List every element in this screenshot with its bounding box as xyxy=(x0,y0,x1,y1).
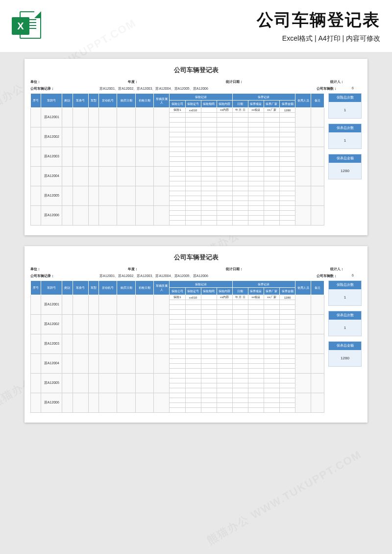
vehicle-table: 序号车牌号 类别车身号 车型发动机号 购买日期初检日期 车辆所属人 保险记录 保… xyxy=(30,280,324,413)
summary-box: 保养总次数 1 xyxy=(328,311,362,336)
table-row: 苏A12004 xyxy=(31,353,324,358)
excel-icon: X xyxy=(12,11,41,41)
table-row: 苏A12005 xyxy=(31,186,324,191)
product-subtitle: Excel格式 | A4打印 | 内容可修改 xyxy=(50,34,380,43)
label-record: 公司车辆记录： xyxy=(30,86,54,91)
table-row: 苏A12005 xyxy=(31,373,324,378)
plate-cell: 苏A12004 xyxy=(41,166,62,186)
label-unit: 单位： xyxy=(30,79,41,84)
plate-cell: 苏A12005 xyxy=(41,186,62,205)
table-row: 苏A12003 xyxy=(31,334,324,339)
table-row: 苏A12004 xyxy=(31,166,324,171)
label-count: 公司车辆数： xyxy=(317,274,337,278)
summary-header: 保养总次数 xyxy=(329,124,361,132)
table-row: 苏A12001 保险1xx010xx内容 年 月 日xx项目xx厂家1280 xyxy=(31,295,324,300)
summary-panel: 保险总次数 1 保养总次数 1 保养总金额 1280 xyxy=(328,280,362,367)
table-row: 苏A12003 xyxy=(31,147,324,151)
sheet-title: 公司车辆登记表 xyxy=(30,66,362,75)
vehicle-table: 序号车牌号 类别车身号 车型发动机号 购买日期初检日期 车辆所属人 保险记录 保… xyxy=(30,93,324,226)
label-unit: 单位： xyxy=(30,267,41,272)
summary-value: 1 xyxy=(329,289,361,305)
watermark: 熊猫办公 WWW.TUKUPPT.COM xyxy=(204,447,365,548)
summary-value: 1 xyxy=(329,102,361,118)
summary-panel: 保险总次数 1 保养总次数 1 保养总金额 1280 xyxy=(328,93,362,179)
summary-header: 保险总次数 xyxy=(329,281,361,289)
summary-header: 保养总金额 xyxy=(329,154,361,163)
label-record: 公司车辆记录： xyxy=(30,274,54,278)
plate-list: 苏A12001、苏A12002、苏A12003、苏A12004、苏A12005、… xyxy=(99,86,208,91)
summary-value: 1280 xyxy=(329,350,361,366)
summary-header: 保养总金额 xyxy=(329,342,361,350)
summary-box: 保养总金额 1280 xyxy=(328,154,362,179)
label-statdate: 统计日期： xyxy=(226,267,243,272)
plate-cell: 苏A12006 xyxy=(41,393,62,412)
label-statby: 统计人： xyxy=(330,79,344,84)
plate-cell: 苏A12002 xyxy=(41,127,62,147)
vehicle-count: 6 xyxy=(352,274,362,278)
plate-cell: 苏A12001 xyxy=(41,107,62,127)
vehicle-count: 6 xyxy=(352,86,362,91)
summary-value: 1280 xyxy=(329,163,361,179)
preview-page-1: 公司车辆登记表 单位： 年度： 统计日期： 统计人： 公司车辆记录： 苏A120… xyxy=(24,59,368,235)
plate-cell: 苏A12004 xyxy=(41,353,62,373)
product-header: X 公司车辆登记表 Excel格式 | A4打印 | 内容可修改 xyxy=(0,0,392,52)
plate-list: 苏A12001、苏A12002、苏A12003、苏A12004、苏A12005、… xyxy=(99,274,208,278)
table-row: 苏A12006 xyxy=(31,205,324,210)
label-statby: 统计人： xyxy=(330,267,344,272)
plate-cell: 苏A12001 xyxy=(41,295,62,314)
label-statdate: 统计日期： xyxy=(226,79,243,84)
sheet-title: 公司车辆登记表 xyxy=(30,253,362,262)
label-count: 公司车辆数： xyxy=(317,86,337,91)
summary-header: 保养总次数 xyxy=(329,311,361,320)
summary-value: 1 xyxy=(329,320,361,336)
preview-page-2: 公司车辆登记表 单位： 年度： 统计日期： 统计人： 公司车辆记录： 苏A120… xyxy=(24,246,368,423)
plate-cell: 苏A12002 xyxy=(41,314,62,334)
summary-value: 1 xyxy=(329,132,361,149)
summary-box: 保养总金额 1280 xyxy=(328,341,362,367)
table-row: 苏A12001 保险1xx010xx内容 年 月 日xx项目xx厂家1280 xyxy=(31,107,324,112)
table-row: 苏A12002 xyxy=(31,314,324,319)
label-year: 年度： xyxy=(128,79,138,84)
summary-box: 保养总次数 1 xyxy=(328,124,362,149)
plate-cell: 苏A12006 xyxy=(41,205,62,225)
plate-cell: 苏A12003 xyxy=(41,334,62,353)
label-year: 年度： xyxy=(128,267,138,272)
plate-cell: 苏A12005 xyxy=(41,373,62,393)
plate-cell: 苏A12003 xyxy=(41,147,62,166)
summary-header: 保险总次数 xyxy=(329,94,361,102)
summary-box: 保险总次数 1 xyxy=(328,93,362,119)
table-row: 苏A12002 xyxy=(31,127,324,132)
summary-box: 保险总次数 1 xyxy=(328,280,362,306)
table-row: 苏A12006 xyxy=(31,393,324,398)
product-title: 公司车辆登记表 xyxy=(50,9,380,31)
